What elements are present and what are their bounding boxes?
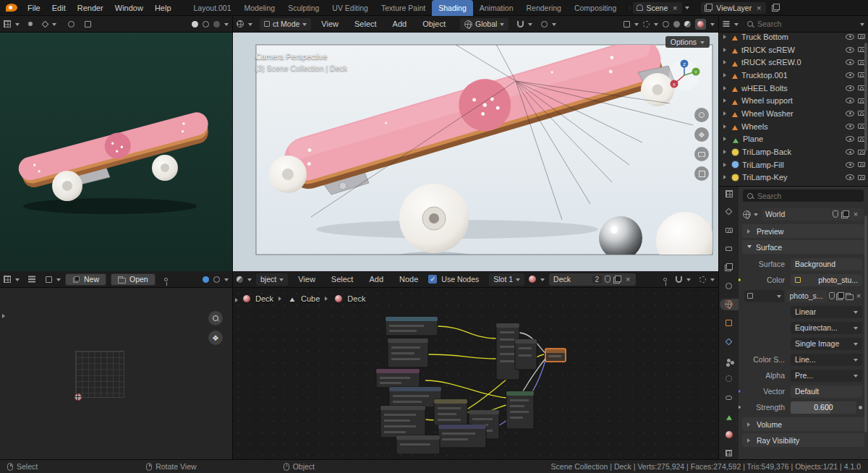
expand-icon[interactable]	[723, 48, 728, 52]
outliner-item-label[interactable]: wHEEL Bolts	[741, 84, 842, 93]
camera-view-icon[interactable]	[694, 147, 709, 161]
fake-user-icon[interactable]	[833, 210, 838, 218]
viewlayer-selector[interactable]: ViewLayer ×	[701, 2, 766, 14]
shading-solid-icon[interactable]	[673, 21, 680, 27]
use-nodes-checkbox[interactable]: ✓	[428, 275, 437, 284]
gizmo-toggle-icon[interactable]	[624, 21, 630, 27]
panel-volume[interactable]: Volume	[742, 417, 864, 431]
outliner-row[interactable]: Wheel support	[719, 94, 868, 107]
expand-icon[interactable]	[723, 137, 728, 141]
viewport-editor-chevron-icon[interactable]	[248, 23, 252, 28]
panel-preview[interactable]: Preview	[742, 224, 864, 238]
scene-browse-icon[interactable]	[685, 7, 689, 12]
tab-physics[interactable]	[721, 372, 737, 385]
material-copy-icon[interactable]	[613, 276, 621, 284]
camera-visibility-icon[interactable]	[858, 175, 865, 180]
tab-world[interactable]	[720, 299, 739, 311]
outliner-row[interactable]: TriLamp-Back	[719, 145, 868, 158]
shader-menu-select[interactable]: Select	[326, 275, 359, 284]
eye-icon[interactable]	[846, 149, 854, 155]
region-toggle-icon[interactable]	[2, 314, 7, 318]
menu-file[interactable]: File	[22, 4, 46, 12]
tab-texture[interactable]	[721, 447, 737, 459]
shading-chevron-icon[interactable]	[710, 23, 715, 28]
gizmo-chevron-icon[interactable]	[634, 23, 639, 28]
tab-modifiers[interactable]	[721, 336, 737, 348]
snap-magnet-icon[interactable]	[517, 21, 524, 27]
world-name-field[interactable]: World ×	[761, 208, 864, 221]
shader-node-canvas[interactable]: Deck Cube Deck	[233, 288, 718, 459]
source-dropdown[interactable]: Single Image	[791, 338, 862, 350]
outliner-editor-chevron-icon[interactable]	[734, 23, 739, 28]
image-browse-icon[interactable]	[46, 276, 52, 283]
outliner-filter-icon[interactable]	[860, 23, 864, 28]
strength-slider[interactable]: 0.600	[791, 401, 856, 414]
eye-icon[interactable]	[846, 72, 854, 78]
image-browse-dropdown[interactable]	[744, 290, 784, 302]
eye-icon[interactable]	[846, 47, 854, 53]
tab-output[interactable]	[721, 242, 737, 255]
eye-icon[interactable]	[846, 85, 854, 91]
image-fake-user-icon[interactable]	[829, 292, 835, 299]
tab-layout[interactable]: Layout.001	[187, 0, 238, 16]
overlays-chevron-icon[interactable]	[710, 278, 715, 284]
mode-dropdown[interactable]: ct Mode	[260, 18, 311, 30]
shader-editor-chevron-icon[interactable]	[247, 278, 252, 284]
camera-visibility-icon[interactable]	[858, 34, 865, 39]
eye-icon[interactable]	[846, 59, 854, 65]
region-toggle-icon[interactable]	[235, 298, 240, 302]
breadcrumb-object[interactable]: Cube	[301, 294, 320, 303]
expand-icon[interactable]	[723, 150, 728, 154]
unlink-image-icon[interactable]: ×	[855, 292, 862, 299]
new-image-button[interactable]: New	[65, 273, 106, 286]
menu-render[interactable]: Render	[72, 4, 109, 12]
image-name-field[interactable]: photo_s...	[786, 290, 828, 302]
tab-constraints[interactable]	[721, 391, 737, 404]
expand-icon[interactable]	[723, 98, 728, 103]
outliner-row[interactable]: wHEEL Bolts	[719, 82, 868, 95]
outliner-item-label[interactable]: tRUCK scREW	[741, 46, 842, 54]
alpha-channel-icon[interactable]	[213, 276, 220, 283]
outliner-editor-type-icon[interactable]	[723, 23, 730, 25]
panel-surface[interactable]: Surface	[742, 240, 864, 254]
shader-menu-view[interactable]: View	[292, 275, 321, 284]
projection-dropdown[interactable]: Equirectan...	[791, 322, 862, 334]
tab-modeling[interactable]: Modeling	[238, 0, 282, 16]
tab-uv-editing[interactable]: UV Editing	[326, 0, 375, 16]
shading-wireframe-icon[interactable]	[663, 21, 669, 27]
toggle-perspective-icon[interactable]	[694, 166, 709, 181]
properties-editor-type-icon[interactable]	[726, 190, 733, 197]
eye-icon[interactable]	[846, 136, 854, 142]
mask-icon[interactable]	[85, 21, 91, 27]
proportional-editing-icon[interactable]	[541, 21, 548, 27]
pan-hand-icon[interactable]: ✥	[208, 331, 223, 345]
display-chevron-icon[interactable]	[224, 23, 229, 28]
proportional-chevron-icon[interactable]	[552, 23, 556, 28]
render-preview[interactable]	[0, 33, 232, 271]
outliner-row[interactable]: TriLamp-Fill	[719, 158, 868, 171]
slot-dropdown[interactable]: Slot 1	[489, 273, 524, 286]
expand-icon[interactable]	[723, 73, 728, 77]
outliner-row[interactable]: Trucktop.001	[719, 69, 868, 82]
image-browse-chevron-icon[interactable]	[56, 278, 61, 284]
viewport-3d[interactable]: Camera Perspective (3) Scene Collection …	[233, 33, 718, 271]
tab-view-layer[interactable]	[721, 261, 737, 273]
zoom-icon[interactable]	[694, 108, 709, 122]
outliner-item-label[interactable]: Wheel Washer	[741, 109, 842, 118]
channel-z-icon[interactable]	[213, 21, 220, 27]
overlays-chevron-icon[interactable]	[654, 23, 658, 28]
shader-menu-add[interactable]: Add	[363, 275, 389, 284]
tab-truncated[interactable]: G	[623, 0, 629, 16]
tool-chevron-icon[interactable]	[52, 23, 56, 28]
shader-editor-type-icon[interactable]	[237, 276, 243, 283]
panel-ray-visibility[interactable]: Ray Visibility	[742, 433, 864, 447]
outliner-row[interactable]: tRUCK scREW	[719, 43, 868, 56]
new-world-icon[interactable]	[841, 210, 849, 218]
editor-type-icon[interactable]	[4, 20, 11, 27]
expand-icon[interactable]	[723, 60, 728, 64]
viewlayer-remove-icon[interactable]: ×	[755, 4, 762, 12]
options-dropdown[interactable]: Options	[665, 36, 710, 48]
image-editor-type-icon[interactable]	[4, 276, 11, 283]
shader-menu-node[interactable]: Node	[393, 275, 424, 284]
interpolation-dropdown[interactable]: Linear	[791, 306, 862, 318]
